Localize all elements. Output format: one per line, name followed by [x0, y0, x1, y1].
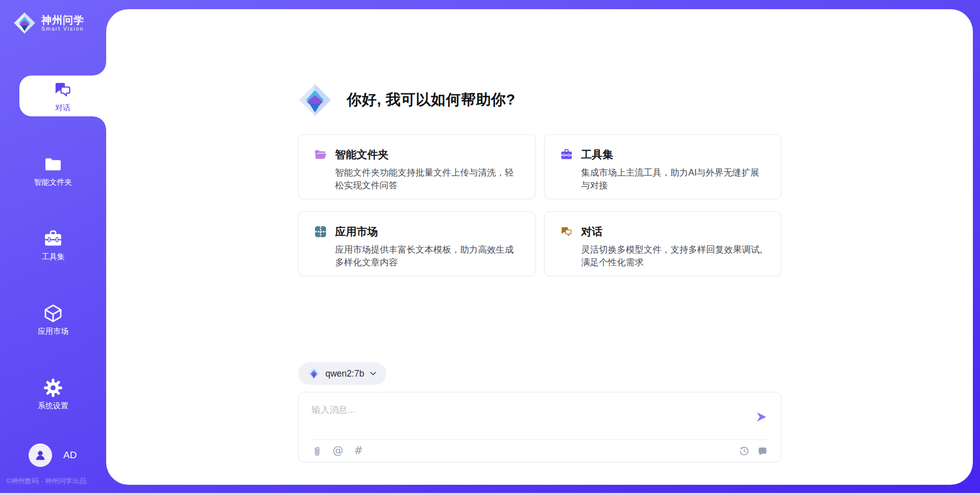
card-app-market[interactable]: 应用市场 应用市场提供丰富长文本模板，助力高效生成多样化文章内容	[298, 211, 535, 276]
sidebar: 神州问学 Smart Vision 对话	[0, 0, 106, 493]
brand-logo: 神州问学 Smart Vision	[0, 0, 106, 35]
app-title: 神州问学	[41, 14, 84, 26]
new-chat-button[interactable]	[757, 446, 768, 456]
hash-icon: #	[354, 445, 363, 456]
sidebar-nav: 对话 智能文件夹	[0, 76, 106, 414]
mention-button[interactable]: @	[333, 445, 344, 456]
brand-diamond-icon	[13, 12, 36, 34]
sidebar-item-label: 应用市场	[38, 327, 68, 336]
sidebar-item-label: 系统设置	[38, 401, 68, 411]
topic-button[interactable]: #	[354, 445, 363, 456]
avatar[interactable]	[29, 443, 52, 467]
cube-icon	[43, 303, 63, 324]
gear-icon	[43, 378, 63, 398]
model-diamond-icon	[307, 367, 321, 380]
logo-diamond-icon	[298, 83, 332, 117]
chat-icon	[53, 80, 73, 100]
sidebar-item-settings[interactable]: 系统设置	[0, 374, 106, 414]
card-description: 灵活切换多模型文件，支持多样回复效果调试, 满足个性化需求	[560, 243, 766, 269]
card-title: 对话	[581, 225, 603, 239]
attach-button[interactable]	[312, 445, 322, 457]
model-selector[interactable]: qwen2:7b	[298, 362, 387, 385]
user-icon	[34, 449, 47, 462]
card-title: 智能文件夹	[335, 147, 389, 162]
card-title: 工具集	[581, 147, 614, 162]
folder-open-icon	[314, 148, 327, 161]
sidebar-item-toolset[interactable]: 工具集	[0, 225, 106, 265]
sidebar-item-label: 工具集	[42, 252, 65, 262]
briefcase-icon	[560, 148, 573, 161]
chat-icon	[560, 225, 573, 238]
card-description: 应用市场提供丰富长文本模板，助力高效生成多样化文章内容	[314, 243, 520, 269]
send-button[interactable]	[755, 411, 768, 423]
app-subtitle: Smart Vision	[41, 26, 84, 32]
greeting-title: 你好, 我可以如何帮助你?	[347, 90, 516, 110]
user-account[interactable]: AD	[0, 443, 106, 467]
window-bottom-edge	[0, 493, 980, 495]
folder-icon	[43, 154, 63, 175]
chat-bubble-icon	[757, 446, 768, 456]
history-icon	[739, 446, 749, 456]
message-input[interactable]	[299, 392, 781, 439]
main-content: 你好, 我可以如何帮助你? 智能文件夹 智能文件夹功能支持批量文件上传与清洗，轻…	[106, 9, 973, 485]
card-smart-folder[interactable]: 智能文件夹 智能文件夹功能支持批量文件上传与清洗，轻松实现文件问答	[298, 134, 535, 199]
feature-cards: 智能文件夹 智能文件夹功能支持批量文件上传与清洗，轻松实现文件问答	[298, 134, 781, 276]
card-description: 集成市场上主流工具，助力AI与外界无缝扩展与对接	[560, 166, 766, 192]
history-button[interactable]	[739, 446, 749, 456]
card-description: 智能文件夹功能支持批量文件上传与清洗，轻松实现文件问答	[314, 166, 520, 192]
message-composer: @ #	[298, 392, 781, 462]
card-chat[interactable]: 对话 灵活切换多模型文件，支持多样回复效果调试, 满足个性化需求	[544, 211, 781, 276]
card-title: 应用市场	[335, 225, 378, 239]
sidebar-item-smart-folder[interactable]: 智能文件夹	[0, 150, 106, 191]
toolbox-icon	[43, 229, 63, 249]
chevron-down-icon	[369, 369, 377, 378]
user-name: AD	[63, 450, 77, 461]
sidebar-item-app-market[interactable]: 应用市场	[0, 299, 106, 340]
paperclip-icon	[312, 445, 322, 457]
send-icon	[755, 411, 768, 423]
model-name: qwen2:7b	[326, 368, 364, 379]
copyright-text: ©神州数码 · 神州问学出品	[0, 477, 106, 493]
sidebar-item-chat[interactable]: 对话	[19, 76, 106, 116]
app-window: 神州问学 Smart Vision 对话	[0, 0, 980, 493]
sidebar-item-label: 对话	[55, 103, 70, 113]
card-toolset[interactable]: 工具集 集成市场上主流工具，助力AI与外界无缝扩展与对接	[544, 134, 781, 199]
at-icon: @	[333, 445, 344, 456]
sidebar-item-label: 智能文件夹	[34, 178, 72, 187]
grid-icon	[314, 225, 327, 238]
greeting-block: 你好, 我可以如何帮助你?	[298, 83, 781, 117]
